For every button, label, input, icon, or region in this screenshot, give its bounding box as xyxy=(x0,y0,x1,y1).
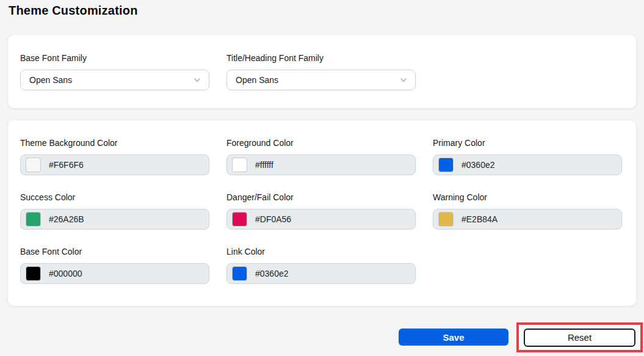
base-font-color-label: Base Font Color xyxy=(20,245,209,258)
success-color-input[interactable]: #26A26B xyxy=(20,209,209,230)
chevron-down-icon xyxy=(193,76,201,84)
heading-font-family-label: Title/Heading Font Family xyxy=(226,52,416,65)
success-color-field: Success Color #26A26B xyxy=(20,191,209,230)
foreground-color-label: Foreground Color xyxy=(226,137,416,150)
color-swatch[interactable] xyxy=(438,212,454,227)
heading-font-family-field: Title/Heading Font Family Open Sans xyxy=(226,52,416,90)
reset-button[interactable]: Reset xyxy=(524,329,635,347)
color-settings-card: Theme Background Color #F6F6F6 Foregroun… xyxy=(8,120,636,306)
link-color-label: Link Color xyxy=(226,245,416,258)
heading-font-family-select[interactable]: Open Sans xyxy=(226,70,416,90)
danger-color-field: Danger/Fail Color #DF0A56 xyxy=(226,191,416,230)
page-title: Theme Customization xyxy=(9,4,138,18)
color-swatch[interactable] xyxy=(26,158,41,172)
save-button[interactable]: Save xyxy=(399,329,508,346)
base-font-family-value: Open Sans xyxy=(29,75,72,85)
primary-color-field: Primary Color #0360e2 xyxy=(433,137,622,175)
base-font-family-field: Base Font Family Open Sans xyxy=(20,52,209,90)
font-settings-card: Base Font Family Open Sans Title/Heading… xyxy=(8,35,636,108)
actions-bar: Save Reset xyxy=(0,322,644,356)
base-font-family-select[interactable]: Open Sans xyxy=(20,70,209,90)
danger-color-label: Danger/Fail Color xyxy=(226,191,416,204)
warning-color-label: Warning Color xyxy=(433,191,622,204)
color-swatch[interactable] xyxy=(232,212,247,227)
base-font-color-input[interactable]: #000000 xyxy=(20,263,209,284)
color-hex-value: #ffffff xyxy=(255,160,273,170)
color-hex-value: #F6F6F6 xyxy=(49,160,84,170)
heading-font-family-value: Open Sans xyxy=(236,75,278,85)
link-color-input[interactable]: #0360e2 xyxy=(226,263,416,284)
color-swatch[interactable] xyxy=(232,158,247,172)
base-font-color-field: Base Font Color #000000 xyxy=(20,245,209,284)
success-color-label: Success Color xyxy=(20,191,209,204)
theme-background-color-input[interactable]: #F6F6F6 xyxy=(20,154,209,175)
annotation-highlight-box: Reset xyxy=(516,322,643,352)
primary-color-input[interactable]: #0360e2 xyxy=(433,154,622,175)
color-swatch[interactable] xyxy=(232,266,247,281)
color-hex-value: #26A26B xyxy=(49,214,84,224)
warning-color-field: Warning Color #E2B84A xyxy=(433,191,622,230)
color-hex-value: #000000 xyxy=(49,269,82,278)
theme-background-color-label: Theme Background Color xyxy=(20,137,209,150)
theme-background-color-field: Theme Background Color #F6F6F6 xyxy=(20,137,209,175)
color-swatch[interactable] xyxy=(26,266,41,281)
link-color-field: Link Color #0360e2 xyxy=(226,245,416,284)
foreground-color-field: Foreground Color #ffffff xyxy=(226,137,416,175)
foreground-color-input[interactable]: #ffffff xyxy=(226,154,416,175)
chevron-down-icon xyxy=(399,76,408,84)
color-swatch[interactable] xyxy=(26,212,41,227)
danger-color-input[interactable]: #DF0A56 xyxy=(226,209,416,230)
primary-color-label: Primary Color xyxy=(433,137,622,150)
color-hex-value: #DF0A56 xyxy=(255,214,291,224)
color-hex-value: #E2B84A xyxy=(461,214,497,224)
color-hex-value: #0360e2 xyxy=(461,160,495,170)
color-swatch[interactable] xyxy=(438,158,454,172)
base-font-family-label: Base Font Family xyxy=(20,52,209,65)
color-hex-value: #0360e2 xyxy=(255,269,289,278)
warning-color-input[interactable]: #E2B84A xyxy=(433,209,622,230)
